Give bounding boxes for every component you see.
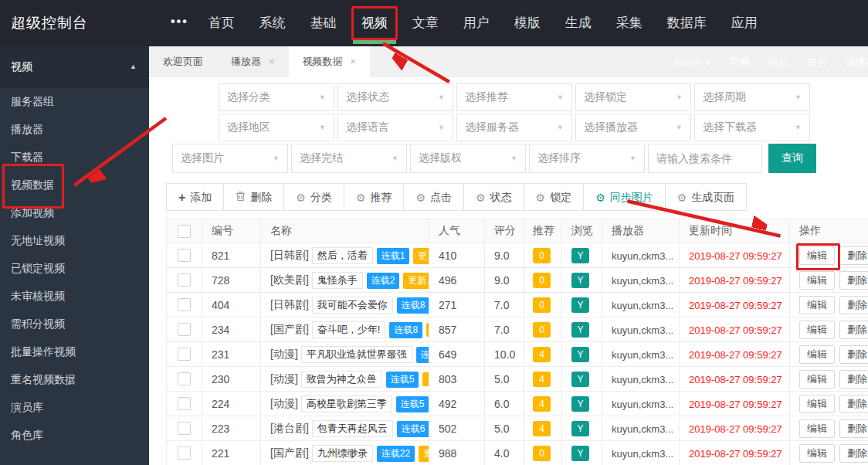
row-checkbox-cell bbox=[167, 416, 202, 441]
toolbar-button-状态[interactable]: ⚙状态 bbox=[463, 183, 524, 211]
sidebar-item-9[interactable]: 需积分视频 bbox=[0, 310, 149, 338]
delete-button[interactable]: 删除 bbox=[839, 419, 868, 438]
toolbar-button-同步图片[interactable]: ⚙同步图片 bbox=[583, 183, 666, 211]
tab-2[interactable]: 播放器× bbox=[217, 46, 289, 77]
user-link-2[interactable]: 官网 bbox=[730, 47, 750, 78]
filter-select-选择语言[interactable]: 选择语言▼ bbox=[337, 114, 453, 141]
topnav-item-2[interactable]: 系统 bbox=[249, 0, 297, 46]
edit-button[interactable]: 编辑 bbox=[799, 370, 835, 389]
sidebar-item-6[interactable]: 无地址视频 bbox=[0, 226, 149, 254]
toolbar-button-删除[interactable]: 删除 bbox=[223, 183, 284, 211]
toolbar-button-添加[interactable]: +添加 bbox=[166, 183, 224, 211]
toolbar-button-分类[interactable]: ⚙分类 bbox=[283, 183, 344, 211]
row-checkbox[interactable] bbox=[178, 249, 191, 262]
filter-select-选择下载器[interactable]: 选择下载器▼ bbox=[694, 114, 810, 141]
tab-close-icon[interactable]: × bbox=[351, 56, 357, 67]
filter-select-选择图片[interactable]: 选择图片▼ bbox=[172, 144, 288, 173]
filter-select-选择播放器[interactable]: 选择播放器▼ bbox=[575, 114, 691, 141]
sidebar-item-12[interactable]: 演员库 bbox=[0, 393, 149, 421]
row-checkbox[interactable] bbox=[178, 372, 191, 385]
query-button[interactable]: 查询 bbox=[768, 144, 816, 173]
sidebar-item-5[interactable]: 添加视频 bbox=[0, 199, 149, 226]
tab-3[interactable]: 视频数据× bbox=[289, 46, 371, 77]
top-bar: 超级控制台 ••• 首页系统基础视频文章用户模版生成采集数据库应用 bbox=[0, 0, 868, 46]
filter-select-选择版权[interactable]: 选择版权▼ bbox=[410, 144, 526, 173]
edit-button[interactable]: 编辑 bbox=[799, 395, 835, 413]
topnav-item-3[interactable]: 基础 bbox=[300, 0, 348, 46]
topnav-item-4[interactable]: 视频 bbox=[351, 0, 398, 46]
sidebar-item-10[interactable]: 批量操作视频 bbox=[0, 338, 149, 365]
row-checkbox-cell bbox=[167, 342, 202, 367]
filter-select-选择完结[interactable]: 选择完结▼ bbox=[291, 144, 407, 173]
tab-close-icon[interactable]: × bbox=[269, 56, 275, 67]
sidebar-item-7[interactable]: 已锁定视频 bbox=[0, 254, 149, 282]
ops-cell: 编辑删除 bbox=[790, 416, 868, 441]
filter-select-选择状态[interactable]: 选择状态▼ bbox=[337, 83, 453, 111]
row-checkbox[interactable] bbox=[178, 323, 191, 336]
user-link-1[interactable]: admin▼ bbox=[674, 47, 711, 79]
row-checkbox[interactable] bbox=[178, 273, 191, 287]
topnav-item-1[interactable]: 首页 bbox=[198, 0, 246, 46]
topnav-item-9[interactable]: 采集 bbox=[605, 0, 653, 46]
row-checkbox-cell bbox=[167, 392, 202, 416]
score-cell: 9.0 bbox=[485, 268, 524, 293]
sidebar-item-2[interactable]: 播放器 bbox=[0, 115, 149, 143]
edit-button[interactable]: 编辑 bbox=[799, 345, 835, 364]
sidebar-item-13[interactable]: 角色库 bbox=[0, 421, 149, 449]
row-checkbox[interactable] bbox=[178, 348, 191, 361]
filter-select-选择推荐[interactable]: 选择推荐▼ bbox=[456, 83, 572, 111]
topnav-item-11[interactable]: 应用 bbox=[721, 0, 768, 46]
row-checkbox[interactable] bbox=[178, 422, 191, 435]
user-link-5[interactable]: 清缓存 bbox=[846, 47, 868, 78]
sidebar-group-video[interactable]: 视频 ▲ bbox=[0, 46, 149, 87]
filter-select-选择周期[interactable]: 选择周期▼ bbox=[694, 83, 810, 111]
edit-button[interactable]: 编辑 bbox=[799, 444, 835, 463]
filter-select-选择服务器[interactable]: 选择服务器▼ bbox=[456, 114, 572, 141]
sidebar-item-1[interactable]: 服务器组 bbox=[0, 87, 149, 115]
toolbar-button-推荐[interactable]: ⚙推荐 bbox=[344, 183, 405, 211]
sidebar-item-11[interactable]: 重名视频数据 bbox=[0, 365, 149, 393]
delete-button[interactable]: 删除 bbox=[839, 271, 868, 290]
user-link-label: 官网 bbox=[730, 56, 750, 68]
row-checkbox[interactable] bbox=[178, 397, 191, 410]
topnav-item-7[interactable]: 模版 bbox=[504, 0, 551, 46]
edit-button[interactable]: 编辑 bbox=[799, 321, 835, 339]
delete-button[interactable]: 删除 bbox=[839, 321, 868, 339]
delete-button[interactable]: 删除 bbox=[839, 296, 868, 314]
sidebar-item-8[interactable]: 未审核视频 bbox=[0, 282, 149, 310]
user-link-4[interactable]: 前台 bbox=[807, 47, 827, 78]
filter-select-选择分类[interactable]: 选择分类▼ bbox=[219, 83, 334, 111]
topnav-item-6[interactable]: 用户 bbox=[453, 0, 500, 46]
delete-button[interactable]: 删除 bbox=[839, 246, 868, 265]
row-checkbox[interactable] bbox=[178, 298, 191, 311]
delete-button[interactable]: 删除 bbox=[839, 345, 868, 364]
browse-cell: Y bbox=[562, 243, 602, 268]
delete-button[interactable]: 删除 bbox=[839, 444, 868, 463]
topnav-item-8[interactable]: 生成 bbox=[554, 0, 602, 46]
edit-button[interactable]: 编辑 bbox=[799, 271, 835, 290]
edit-button[interactable]: 编辑 bbox=[799, 296, 835, 314]
topnav-item-10[interactable]: 数据库 bbox=[656, 0, 717, 46]
filter-select-选择锁定[interactable]: 选择锁定▼ bbox=[575, 83, 691, 111]
filter-select-选择地区[interactable]: 选择地区▼ bbox=[219, 114, 334, 141]
row-checkbox[interactable] bbox=[178, 446, 191, 460]
video-title-box: 我可能不会爱你 bbox=[312, 297, 393, 314]
toolbar-button-生成页面[interactable]: ⚙生成页面 bbox=[665, 183, 748, 211]
id-cell: 234 bbox=[202, 317, 261, 342]
more-menu-icon[interactable]: ••• bbox=[171, 0, 188, 46]
filter-select-选择排序[interactable]: 选择排序▼ bbox=[529, 144, 645, 173]
search-input[interactable] bbox=[648, 144, 762, 173]
delete-button[interactable]: 删除 bbox=[839, 395, 868, 413]
tab-1[interactable]: 欢迎页面 bbox=[149, 46, 217, 77]
toolbar-button-点击[interactable]: ⚙点击 bbox=[403, 183, 464, 211]
edit-button[interactable]: 编辑 bbox=[799, 246, 835, 265]
toolbar-button-锁定[interactable]: ⚙锁定 bbox=[524, 183, 585, 211]
topnav-item-5[interactable]: 文章 bbox=[402, 0, 449, 46]
main-panel: 欢迎页面播放器×视频数据× admin▼官网论坛前台清缓存 选择分类▼选择状态▼… bbox=[149, 46, 868, 465]
user-link-3[interactable]: 论坛 bbox=[768, 47, 788, 78]
edit-button[interactable]: 编辑 bbox=[799, 419, 835, 438]
sidebar-item-4[interactable]: 视频数据 bbox=[0, 171, 149, 199]
sidebar-item-3[interactable]: 下载器 bbox=[0, 143, 149, 171]
delete-button[interactable]: 删除 bbox=[839, 370, 868, 389]
select-all-checkbox[interactable] bbox=[178, 225, 191, 238]
